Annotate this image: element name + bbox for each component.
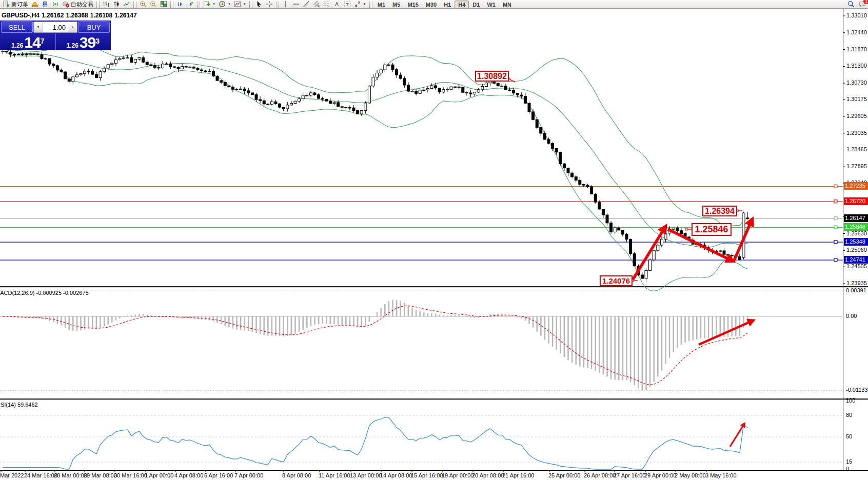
one-click-trading-panel: SELL ▼ ▲ BUY 1.26 14 7 1.26 39 3 <box>0 21 111 50</box>
tile-windows-button[interactable] <box>159 1 169 8</box>
crosshair-tool-button[interactable] <box>264 1 274 8</box>
svg-text:F: F <box>328 5 330 8</box>
crosshair-icon <box>266 1 273 8</box>
new-order-icon <box>3 1 10 8</box>
trendline-icon <box>303 1 310 8</box>
volume-stepper: ▼ ▲ <box>33 22 77 33</box>
arrows-tool-button[interactable]: ▼ <box>352 1 368 8</box>
sell-price-prefix: 1.26 <box>11 42 23 49</box>
buy-price-prefix: 1.26 <box>66 42 78 49</box>
mt4-terminal: 新订单 自动交易 <box>0 0 868 480</box>
horizontal-line-tool-button[interactable] <box>291 1 301 8</box>
buy-price-button[interactable]: 1.26 39 3 <box>56 33 111 50</box>
metaeditor-button[interactable] <box>30 1 40 8</box>
periods-dropdown-caret[interactable]: ▼ <box>228 3 231 6</box>
toolbar: 新订单 自动交易 <box>0 0 868 9</box>
data-window-icon <box>42 1 49 8</box>
zoom-out-button[interactable] <box>148 1 159 8</box>
candlestick-chart-icon <box>113 1 120 8</box>
chart-shift-button[interactable] <box>185 1 195 8</box>
zoom-out-icon <box>150 1 157 8</box>
zoom-in-button[interactable] <box>138 1 148 8</box>
periods-clock-icon <box>219 1 226 8</box>
trendline-tool-button[interactable] <box>301 1 311 8</box>
periods-button[interactable]: ▼ <box>217 1 232 8</box>
sell-button[interactable]: SELL <box>1 22 33 33</box>
chart-shift-icon <box>187 1 194 8</box>
volume-increase-button[interactable]: ▲ <box>68 22 77 32</box>
autotrading-label: 自动交易 <box>71 1 93 8</box>
signals-icon <box>52 1 59 8</box>
timeframe-h1[interactable]: H1 <box>440 1 455 9</box>
text-label-tool-button[interactable]: T <box>342 1 352 8</box>
line-chart-button[interactable] <box>122 1 132 8</box>
metaeditor-icon <box>31 1 38 8</box>
timeframe-h4[interactable]: H4 <box>455 1 469 9</box>
svg-text:A: A <box>335 1 339 7</box>
indicators-dropdown-caret[interactable]: ▼ <box>212 3 215 6</box>
volume-input[interactable] <box>43 22 68 32</box>
rsi-line <box>3 417 748 469</box>
timeframe-d1[interactable]: D1 <box>469 1 483 9</box>
candlesticks <box>2 50 749 282</box>
indicators-button[interactable]: ▼ <box>202 1 217 8</box>
timeframe-m30[interactable]: M30 <box>422 1 440 9</box>
sell-price-button[interactable]: 1.26 14 7 <box>1 33 56 50</box>
chat-badge: 1 <box>863 0 868 4</box>
buy-price-pipette: 3 <box>95 33 100 49</box>
buy-price-main: 39 <box>80 36 95 49</box>
sell-price-main: 14 <box>24 36 40 49</box>
auto-scroll-icon <box>176 1 184 8</box>
equidistant-channel-icon: E <box>313 1 320 8</box>
vertical-line-icon <box>282 1 289 8</box>
timeframe-m5[interactable]: M5 <box>389 1 404 9</box>
templates-dropdown-caret[interactable]: ▼ <box>243 3 246 6</box>
templates-button[interactable]: ▼ <box>232 1 248 8</box>
text-icon: A <box>333 1 341 8</box>
fibonacci-tool-button[interactable]: F <box>322 1 332 8</box>
data-window-button[interactable] <box>40 1 50 8</box>
svg-text:T: T <box>346 2 349 7</box>
vertical-line-tool-button[interactable] <box>281 1 291 8</box>
cursor-tool-button[interactable] <box>254 1 264 8</box>
auto-scroll-button[interactable] <box>175 1 185 8</box>
trend-arrows[interactable] <box>633 219 752 280</box>
arrows-dropdown-caret[interactable]: ▼ <box>363 3 366 6</box>
horizontal-line-icon <box>292 1 300 8</box>
svg-text:E: E <box>318 4 320 8</box>
cursor-icon <box>255 1 263 8</box>
macd-signal-line <box>3 306 748 385</box>
channel-tool-button[interactable]: E <box>311 1 322 8</box>
timeframe-m15[interactable]: M15 <box>404 1 422 9</box>
indicators-icon <box>203 1 210 8</box>
volume-decrease-button[interactable]: ▼ <box>34 22 43 32</box>
zoom-in-icon <box>140 1 147 8</box>
text-label-icon: T <box>344 1 351 8</box>
autotrading-icon <box>62 1 69 8</box>
chat-button[interactable]: 1 <box>859 1 866 8</box>
fibonacci-icon: F <box>323 1 330 8</box>
line-chart-icon <box>123 1 130 8</box>
autotrading-button[interactable]: 自动交易 <box>61 1 95 8</box>
bar-chart-button[interactable] <box>101 1 111 8</box>
templates-icon <box>234 1 241 8</box>
signals-button[interactable] <box>50 1 61 8</box>
bar-chart-icon <box>103 1 110 8</box>
new-order-label: 新订单 <box>11 1 28 8</box>
chart-canvas[interactable] <box>0 0 868 480</box>
sell-price-pipette: 7 <box>41 33 45 49</box>
buy-button[interactable]: BUY <box>78 22 110 33</box>
new-order-button[interactable]: 新订单 <box>1 1 30 8</box>
tile-windows-icon <box>160 1 167 8</box>
candlestick-chart-button[interactable] <box>111 1 122 8</box>
timeframe-toolbar: M1M5M15M30H1H4D1W1MN <box>374 0 515 9</box>
timeframe-w1[interactable]: W1 <box>483 1 499 9</box>
timeframe-m1[interactable]: M1 <box>374 1 389 9</box>
arrows-icon <box>354 1 361 8</box>
timeframe-mn[interactable]: MN <box>499 1 515 9</box>
search-icon[interactable] <box>847 1 855 8</box>
macd-histogram <box>3 300 748 391</box>
macd-arrow[interactable] <box>699 321 753 345</box>
text-tool-button[interactable]: A <box>332 1 342 8</box>
